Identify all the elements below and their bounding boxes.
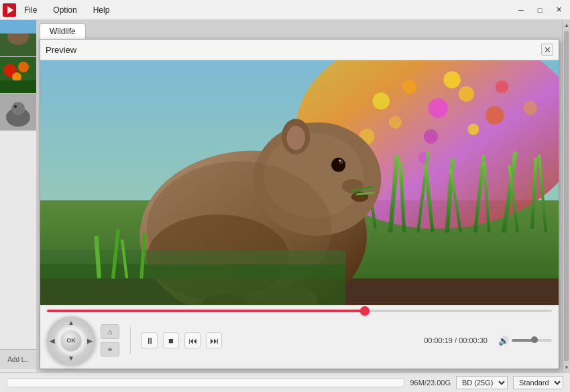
- stop-button[interactable]: ■: [163, 332, 179, 348]
- preview-dialog: Preview ✕: [40, 39, 559, 369]
- svg-point-20: [402, 80, 416, 94]
- nav-right-icon[interactable]: ▶: [87, 337, 93, 344]
- minimize-button[interactable]: ─: [512, 3, 530, 17]
- menu-option[interactable]: Option: [49, 3, 80, 17]
- nav-left-icon[interactable]: ◀: [50, 337, 55, 344]
- add-item-button[interactable]: Add t...: [0, 349, 36, 369]
- dialog-controls: ▲ ▼ ◀ ▶ OK ⌂: [40, 305, 559, 369]
- title-bar: File Option Help ─ □ ✕: [0, 0, 570, 20]
- scroll-down-button[interactable]: ▼: [563, 363, 570, 372]
- svg-point-31: [523, 101, 537, 115]
- scroll-up-button[interactable]: ▲: [563, 20, 570, 29]
- svg-point-25: [424, 129, 438, 143]
- svg-point-52: [339, 159, 341, 161]
- time-current: 00:00:19: [424, 336, 453, 344]
- nav-ok-label: OK: [66, 337, 76, 344]
- svg-point-9: [12, 72, 21, 82]
- scroll-thumb[interactable]: [564, 31, 569, 361]
- content-area: Wildlife Preview ✕: [37, 20, 562, 372]
- dialog-title-bar: Preview ✕: [40, 40, 559, 60]
- controls-divider: [130, 327, 131, 354]
- sidebar-thumb-wildlife[interactable]: [0, 20, 37, 57]
- volume-icon: 🔊: [498, 336, 509, 346]
- close-button[interactable]: ✕: [550, 3, 567, 17]
- tab-bar: Wildlife: [37, 20, 562, 39]
- svg-point-50: [331, 157, 345, 172]
- nav-up-icon[interactable]: ▲: [68, 319, 74, 326]
- svg-point-59: [286, 126, 305, 150]
- svg-point-13: [11, 102, 25, 115]
- dialog-close-button[interactable]: ✕: [541, 44, 553, 56]
- sidebar-thumb-animal[interactable]: [0, 94, 37, 131]
- main-layout: Add t... Wildlife Preview ✕: [0, 20, 570, 372]
- circular-nav[interactable]: ▲ ▼ ◀ ▶ OK: [47, 316, 95, 365]
- progress-track[interactable]: [47, 310, 552, 312]
- volume-area: 🔊: [498, 336, 552, 346]
- progress-thumb: [360, 306, 369, 316]
- time-display: 00:00:19 / 00:00:30: [424, 336, 488, 344]
- nav-center-button[interactable]: OK: [61, 330, 81, 350]
- status-size-info: 96M/23.00G: [410, 379, 451, 387]
- right-scrollbar: ▲ ▼: [562, 20, 570, 372]
- list-nav-button[interactable]: ≡: [101, 342, 119, 356]
- menu-help[interactable]: Help: [89, 3, 114, 17]
- prev-button[interactable]: ⏮: [184, 332, 201, 348]
- tab-wildlife[interactable]: Wildlife: [40, 23, 86, 39]
- svg-point-29: [443, 71, 460, 88]
- svg-point-26: [467, 124, 479, 135]
- window-controls: ─ □ ✕: [512, 3, 567, 17]
- dialog-title: Preview: [46, 45, 76, 55]
- volume-thumb: [531, 336, 538, 343]
- player-controls-row: ▲ ▼ ◀ ▶ OK ⌂: [47, 316, 552, 365]
- home-icon: ⌂: [108, 328, 113, 336]
- next-button[interactable]: ⏭: [206, 332, 222, 348]
- svg-rect-5: [0, 20, 37, 34]
- progress-bar-container[interactable]: [47, 310, 552, 312]
- video-placeholder: [40, 60, 559, 305]
- pause-button[interactable]: ⏸: [141, 332, 158, 348]
- menu-file[interactable]: File: [20, 3, 41, 17]
- time-total: 00:00:30: [459, 336, 488, 344]
- svg-point-24: [389, 116, 402, 129]
- add-btn-area: Add t...: [0, 131, 36, 372]
- maximize-button[interactable]: □: [531, 3, 549, 17]
- svg-point-23: [486, 106, 504, 125]
- svg-point-19: [373, 92, 390, 109]
- svg-point-8: [18, 62, 29, 72]
- menu-bar: File Option Help: [20, 3, 512, 17]
- svg-point-14: [14, 105, 17, 108]
- side-nav-buttons: ⌂ ≡: [101, 324, 119, 356]
- list-icon: ≡: [108, 345, 112, 353]
- sidebar-thumb-flower[interactable]: [0, 57, 37, 94]
- home-nav-button[interactable]: ⌂: [101, 324, 119, 339]
- svg-point-28: [496, 80, 508, 93]
- svg-rect-10: [0, 80, 37, 94]
- video-frame: [40, 60, 559, 305]
- video-area: [40, 60, 559, 305]
- progress-fill: [47, 310, 365, 312]
- volume-track[interactable]: [512, 339, 552, 342]
- svg-rect-65: [40, 264, 345, 305]
- app-icon: [3, 3, 16, 17]
- svg-point-22: [459, 86, 474, 101]
- nav-down-icon[interactable]: ▼: [68, 354, 74, 362]
- status-progress-bar: [7, 378, 404, 387]
- svg-point-21: [428, 98, 448, 118]
- status-bar: 96M/23.00G BD (25G) DVD Blu-ray Standard…: [0, 372, 570, 392]
- disc-type-select[interactable]: BD (25G) DVD Blu-ray: [456, 376, 508, 389]
- sidebar: Add t...: [0, 20, 37, 372]
- quality-select[interactable]: Standard High Low: [513, 376, 563, 389]
